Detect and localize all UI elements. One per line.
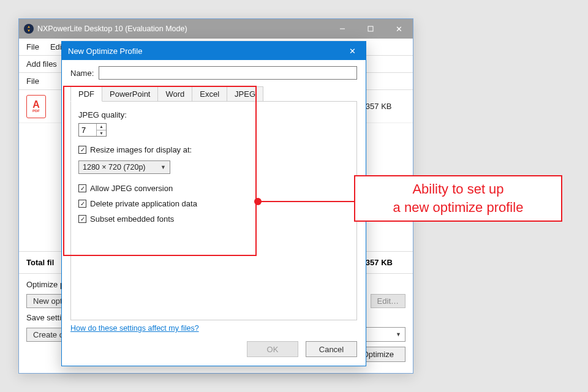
dialog-body: Name: PDF PowerPoint Word Excel JPEG JPE…	[62, 60, 366, 320]
tab-excel[interactable]: Excel	[192, 86, 227, 102]
close-icon: ✕	[396, 24, 402, 34]
minimize-button[interactable]	[328, 19, 356, 39]
check-icon: ✓	[80, 146, 85, 153]
pdf-file-icon: A PDF	[26, 95, 46, 118]
chevron-down-icon: ▼	[160, 164, 166, 170]
subset-fonts-label: Subset embedded fonts	[90, 214, 174, 224]
edit-profile-button[interactable]: Edit…	[371, 294, 405, 308]
check-icon: ✓	[80, 200, 85, 207]
tabs: PDF PowerPoint Word Excel JPEG	[70, 86, 357, 101]
main-titlebar: NXPowerLite Desktop 10 (Evaluation Mode)…	[19, 19, 413, 39]
jpeg-quality-spinner[interactable]: ▲ ▼	[78, 123, 107, 137]
spinner-up-button[interactable]: ▲	[97, 124, 106, 130]
allow-jpeg-checkbox[interactable]: ✓	[78, 184, 86, 192]
maximize-button[interactable]	[356, 19, 385, 39]
ok-button[interactable]: OK	[247, 341, 298, 357]
tab-word[interactable]: Word	[158, 86, 192, 102]
new-optimize-profile-dialog: New Optimize Profile ✕ Name: PDF PowerPo…	[61, 41, 366, 366]
spinner-down-button[interactable]: ▼	[97, 130, 106, 137]
profile-name-input[interactable]	[99, 66, 357, 80]
app-icon	[24, 24, 34, 34]
add-files-button[interactable]: Add files	[26, 59, 57, 69]
name-label: Name:	[70, 69, 94, 78]
resolution-value: 1280 × 720 (720p)	[83, 163, 146, 172]
svg-rect-1	[368, 26, 373, 31]
annotation-callout: Ability to set up a new optimize profile	[354, 175, 562, 222]
dialog-close-button[interactable]: ✕	[339, 42, 366, 60]
chevron-down-icon: ▼	[99, 131, 104, 135]
optimize-profile-label: Optimize p	[26, 280, 64, 289]
tab-panel-pdf: JPEG quality: ▲ ▼ ✓ Resize images for di…	[70, 101, 357, 320]
delete-private-checkbox[interactable]: ✓	[78, 200, 86, 208]
tab-powerpoint[interactable]: PowerPoint	[102, 86, 158, 102]
save-settings-label: Save settin	[26, 313, 66, 322]
tab-jpeg[interactable]: JPEG	[227, 86, 263, 102]
delete-private-label: Delete private application data	[90, 199, 197, 208]
chevron-down-icon: ▼	[396, 331, 401, 337]
check-icon: ✓	[80, 185, 85, 192]
close-button[interactable]: ✕	[385, 19, 413, 39]
allow-jpeg-label: Allow JPEG conversion	[90, 184, 173, 193]
annotation-line	[261, 201, 354, 202]
app-title: NXPowerLite Desktop 10 (Evaluation Mode)	[37, 24, 187, 33]
check-icon: ✓	[80, 216, 85, 222]
help-link[interactable]: How do these settings affect my files?	[62, 320, 366, 333]
annotation-text: Ability to set up a new optimize profile	[393, 180, 524, 216]
subset-fonts-checkbox[interactable]: ✓	[78, 215, 86, 223]
resize-images-label: Resize images for display at:	[90, 145, 192, 154]
resize-images-checkbox[interactable]: ✓	[78, 146, 86, 154]
window-controls: ✕	[328, 19, 413, 39]
cancel-button[interactable]: Cancel	[306, 341, 357, 357]
resolution-select[interactable]: 1280 × 720 (720p) ▼	[78, 160, 170, 174]
dialog-titlebar: New Optimize Profile ✕	[62, 42, 366, 60]
total-label: Total fil	[26, 258, 54, 267]
menu-file[interactable]: File	[26, 42, 39, 51]
tab-pdf[interactable]: PDF	[70, 86, 102, 102]
chevron-up-icon: ▲	[99, 124, 104, 129]
dialog-footer: OK Cancel	[62, 333, 366, 366]
close-icon: ✕	[349, 47, 356, 56]
jpeg-quality-input[interactable]	[79, 124, 96, 136]
dialog-title: New Optimize Profile	[68, 47, 142, 56]
jpeg-quality-label: JPEG quality:	[78, 110, 349, 119]
menu-edit[interactable]: Edi	[50, 42, 62, 51]
